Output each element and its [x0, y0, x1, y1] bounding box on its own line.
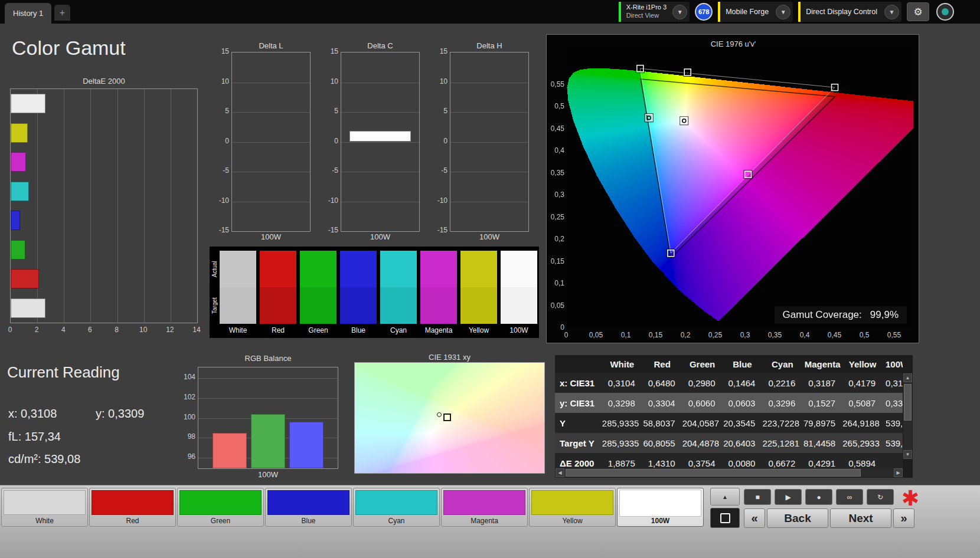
swatch-target-green: [300, 287, 337, 324]
gamut-coverage-value: 99,9%: [870, 309, 899, 321]
axis-tick-label: 10: [424, 77, 447, 86]
stop-button[interactable]: ■: [744, 489, 771, 505]
swatch-target-100w: [501, 287, 537, 324]
row-label: Y: [555, 418, 602, 428]
table-cell: 0,4291: [802, 458, 842, 468]
column-header: 100W: [883, 359, 903, 369]
table-header-row: WhiteRedGreenBlueCyanMagentaYellow100W: [555, 355, 903, 373]
vertical-scrollbar[interactable]: ▲ ▼: [903, 373, 912, 459]
patch-button-cyan[interactable]: Cyan: [353, 488, 440, 527]
meter-status-indicator: [619, 2, 621, 22]
record-button[interactable]: ●: [805, 489, 832, 505]
grid-line: [144, 89, 145, 323]
add-tab-button[interactable]: +: [54, 5, 70, 21]
settings-gear-button[interactable]: ⚙: [907, 2, 929, 21]
patch-button-red[interactable]: Red: [89, 488, 176, 527]
table-row[interactable]: Target Y285,933560,8055204,487820,640322…: [555, 433, 903, 453]
play-button[interactable]: ▶: [775, 489, 802, 505]
patch-swatch: [355, 490, 437, 515]
vertical-scroll-thumb[interactable]: [904, 384, 912, 421]
scroll-left-icon[interactable]: ◀: [556, 468, 564, 477]
table-cell: 264,9188: [842, 418, 883, 428]
deltae-x-axis: 02468101214: [0, 326, 213, 335]
patch-button-white[interactable]: White: [1, 488, 88, 527]
rgb-balance-bar-blue: [289, 422, 324, 468]
horizontal-scroll-thumb[interactable]: [566, 469, 861, 477]
patch-window-button[interactable]: [710, 508, 740, 528]
next-button[interactable]: Next: [830, 508, 891, 528]
axis-tick-label: 15: [315, 47, 338, 55]
refresh-button[interactable]: ↻: [867, 489, 894, 505]
patch-label: Green: [178, 517, 263, 525]
patch-swatch: [92, 490, 174, 515]
rgb-balance-bar-green: [251, 414, 285, 468]
cie-1976-chromaticity-diagram: [566, 48, 913, 328]
table-cell: 81,4458: [802, 438, 842, 448]
app-logo-button[interactable]: [936, 3, 954, 21]
table-cell: 0,3754: [682, 458, 723, 468]
patch-button-100w[interactable]: 100W: [617, 488, 704, 527]
grid-line: [232, 172, 310, 172]
scroll-right-icon[interactable]: ▶: [894, 468, 903, 477]
axis-tick-label: 0,3: [734, 331, 756, 339]
loop-button[interactable]: ∞: [836, 489, 863, 505]
tab-history-1[interactable]: History 1: [5, 3, 51, 24]
table-row[interactable]: Y285,933558,8037204,058720,3545223,72287…: [555, 413, 903, 433]
scroll-down-icon[interactable]: ▼: [903, 450, 912, 459]
row-label: Target Y: [555, 438, 602, 448]
meter-name: X-Rite i1Pro 3 Direct View: [626, 4, 667, 20]
axis-tick-label: -15: [315, 226, 338, 234]
patch-button-green[interactable]: Green: [177, 488, 264, 527]
scroll-up-icon[interactable]: ▲: [903, 373, 912, 382]
stop-icon: ■: [755, 494, 759, 501]
table-row[interactable]: x: CIE310,31040,64800,29800,14640,22160,…: [555, 373, 903, 393]
row-label: x: CIE31: [555, 378, 602, 388]
swatch-target-white: [220, 287, 256, 324]
table-cell: 20,3545: [723, 418, 763, 428]
bottom-bar: WhiteRedGreenBlueCyanMagentaYellow100W ▲…: [0, 485, 980, 558]
chevron-down-icon[interactable]: ▼: [672, 5, 687, 19]
patch-label: Cyan: [354, 517, 439, 525]
table-cell: 0,1527: [802, 398, 842, 408]
table-row[interactable]: y: CIE310,32980,33040,60600,06030,32960,…: [555, 393, 903, 413]
source-selector[interactable]: Mobile Forge ▼: [718, 2, 793, 22]
table-cell: 0,3104: [602, 378, 642, 388]
axis-tick-label: 0,45: [824, 331, 845, 339]
table-cell: 58,8037: [642, 418, 682, 428]
table-cell: 0,3296: [762, 398, 802, 408]
table-row[interactable]: ΔE 20001,88751,43100,37540,00800,66720,4…: [555, 453, 903, 468]
patch-button-magenta[interactable]: Magenta: [441, 488, 528, 527]
back-chevron-button[interactable]: «: [744, 508, 765, 528]
table-cell: 1,8875: [602, 458, 642, 468]
chevron-down-icon[interactable]: ▼: [776, 5, 790, 19]
patch-label: Magenta: [442, 517, 527, 525]
patch-button-yellow[interactable]: Yellow: [529, 488, 616, 527]
swatch-target-cyan: [380, 287, 417, 324]
column-header: Red: [642, 359, 682, 369]
delta-l-chart: [231, 52, 311, 232]
axis-tick-label: 0,15: [645, 331, 667, 339]
delta-h-chart: [450, 52, 529, 232]
axis-tick-label: 0,2: [547, 235, 564, 243]
meter-selector[interactable]: X-Rite i1Pro 3 Direct View ▼: [619, 2, 690, 22]
table-cell: 0,4179: [842, 378, 883, 388]
table-cell: 60,8055: [642, 438, 682, 448]
table-cell: 225,1281: [762, 438, 802, 448]
patch-label: Red: [90, 517, 175, 525]
refresh-icon: ↻: [877, 494, 883, 501]
column-header: Blue: [723, 359, 763, 369]
panel-up-button[interactable]: ▲: [710, 488, 740, 506]
patch-swatch: [267, 490, 349, 515]
rgb-balance-chart: [198, 367, 338, 469]
back-button[interactable]: Back: [767, 508, 828, 528]
display-control-selector[interactable]: Direct Display Control ▼: [798, 2, 901, 22]
patch-button-blue[interactable]: Blue: [265, 488, 352, 527]
chevron-down-icon[interactable]: ▼: [884, 5, 899, 19]
axis-tick-label: 0,55: [547, 80, 564, 88]
tab-label: History 1: [13, 9, 43, 18]
grid-line: [232, 202, 310, 202]
axis-tick-label: 6: [83, 326, 96, 334]
horizontal-scrollbar[interactable]: ◀ ▶: [556, 468, 903, 477]
grid-line: [450, 172, 528, 172]
cie-1931-panel: [354, 362, 545, 474]
